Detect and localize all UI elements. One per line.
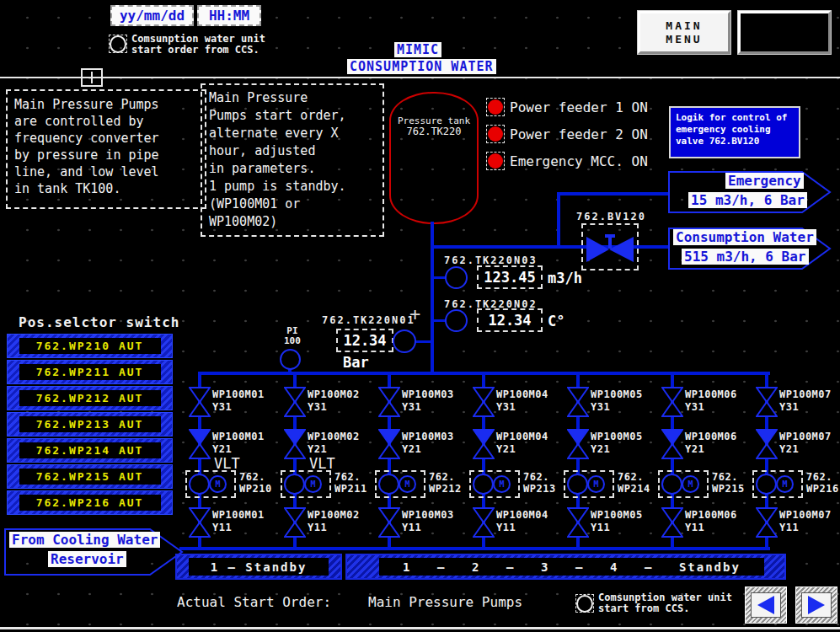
cooling-reservoir-arrow: From Cooling Water Reservoir [4,528,185,576]
status-bar-right: 1—2—3—4—Standby [345,554,786,580]
cooling-title-line1: From Cooling Water [9,532,160,548]
selector-switch-item[interactable]: 762.WP215 AUT [7,464,173,489]
selector-switch-item[interactable]: 762.WP216 AUT [7,490,173,515]
valve-WP100M05-Y31[interactable] [567,387,589,420]
valve-label: WP100M07 Y31 [779,388,832,414]
pump-motor-icon: M [682,475,699,493]
pump-762.WP215[interactable]: M [658,470,709,498]
valve-WP100M02-Y21[interactable] [284,429,306,463]
pump-label: 762. WP212 [429,471,462,495]
ccs-start-note: Comsunption water unit start from CCS. [598,592,732,614]
status-bar-item: 3 [541,560,549,574]
indicator-label: Emergency MCC. ON [510,153,648,169]
valve-label: WP100M07 Y21 [779,431,832,456]
ccs-order-icon [109,35,127,53]
cooling-title-line2: Reservoir [48,551,126,567]
pump-762.WP212[interactable]: M [375,470,425,498]
selector-switch-label: 762.WP216 AUT [19,495,161,511]
valve-WP100M06-Y31[interactable] [661,387,683,420]
indicator-list: Power feeder 1 ON Power feeder 2 ON Emer… [486,98,648,179]
valve-label: WP100M01 Y11 [212,509,265,534]
main-menu-button[interactable]: MAIN MENU [638,11,730,54]
ccs-order-note: Comsunption water unit start order from … [131,34,265,56]
pump-label: 762. WP210 [239,471,272,495]
valve-WP100M04-Y21[interactable] [473,429,495,463]
indicator-row: Emergency MCC. ON [486,152,648,170]
pi-100-circle [280,349,301,370]
valve-label: WP100M06 Y31 [685,388,737,414]
valve-WP100M05-Y21[interactable] [567,429,589,463]
pump-762.WP210[interactable]: M [185,470,236,498]
pump-body-icon [189,474,210,495]
butterfly-valve-icon [585,234,635,265]
valve-WP100M05-Y11[interactable] [567,507,589,541]
valve-WP100M02-Y11[interactable] [284,507,306,541]
pump-motor-icon: M [209,475,227,493]
selector-switch-item[interactable]: 762.WP214 AUT [7,438,173,463]
pump-762.WP214[interactable]: M [564,470,614,498]
valve-WP100M07-Y11[interactable] [756,507,778,541]
valve-WP100M01-Y31[interactable] [189,387,211,420]
status-bar-item: Standby [679,560,741,574]
info-box-start-order: Main Pressure Pumps start order, alterna… [201,83,384,237]
valve-label: WP100M06 Y11 [685,509,737,534]
valve-label: WP100M05 Y21 [591,431,643,456]
selector-switch-list: 762.WP210 AUT 762.WP211 AUT 762.WP212 AU… [7,334,173,517]
valve-label: WP100M03 Y21 [402,431,454,456]
selector-switch-label: 762.WP213 AUT [19,416,161,432]
valve-WP100M04-Y11[interactable] [473,507,495,541]
selector-switch-item[interactable]: 762.WP210 AUT [7,334,173,358]
valve-WP100M01-Y11[interactable] [189,507,211,541]
pipe-emergency-horizontal [557,192,670,195]
sensor-flow-circle [445,266,468,289]
valve-WP100M06-Y21[interactable] [661,429,683,463]
selector-switch-label: 762.WP214 AUT [19,442,161,458]
valve-WP100M07-Y31[interactable] [756,387,778,420]
sensor-pressure-value: 12.34 [336,329,393,352]
pump-762.WP216[interactable]: M [752,470,803,498]
selector-switch-item[interactable]: 762.WP213 AUT [7,412,173,437]
selector-switch-item[interactable]: 762.WP212 AUT [7,386,173,410]
selector-switch-item[interactable]: 762.WP211 AUT [7,360,173,384]
nav-prev-button[interactable] [745,586,787,624]
pipe-emergency-riser [557,192,560,249]
valve-WP100M01-Y21[interactable] [189,429,211,463]
sensor-temp-circle [445,309,468,332]
status-bar-right-text: 1—2—3—4—Standby [379,558,764,576]
pump-motor-icon: M [493,475,511,493]
nav-next-button[interactable] [795,586,837,624]
valve-WP100M06-Y11[interactable] [661,507,683,541]
pipe-n01-stub [415,340,432,343]
pressure-tank: Pressure tank 762.TK220 [389,92,479,224]
pump-label: 762. WP213 [523,471,556,495]
page-title-line2: CONSUMPTION WATER [347,59,496,74]
valve-WP100M03-Y31[interactable] [378,387,400,420]
valve-762bv120[interactable] [581,223,639,270]
pump-762.WP211[interactable]: M [281,470,331,498]
valve-label: WP100M04 Y31 [496,388,548,414]
vlt-label: VLT [309,455,335,472]
pump-body-icon [284,474,305,495]
mimic-screen: yy/mm/dd HH:MM Comsunption water unit st… [0,0,840,632]
sensor-temp-value: 12.34 [477,308,543,332]
valve-WP100M03-Y21[interactable] [378,429,400,463]
pump-motor-icon: M [304,475,322,493]
ccs-start-icon [575,594,594,613]
status-bar-left-text: 1 — Standby [189,558,329,576]
pump-762.WP213[interactable]: M [469,470,520,498]
crosshair-mark: + [409,303,420,324]
indicator-label: Power feeder 1 ON [510,99,648,115]
indicator-label: Power feeder 2 ON [510,126,648,142]
valve-WP100M02-Y31[interactable] [284,387,306,420]
pump-label: 762. WP211 [334,471,367,495]
valve-WP100M03-Y11[interactable] [378,507,400,541]
valve-WP100M04-Y31[interactable] [473,387,495,420]
sensor-temp-unit: C° [548,313,564,329]
pump-body-icon [567,474,588,495]
valve-label: WP100M06 Y21 [685,431,737,456]
status-bar-item: — [437,560,446,574]
valve-WP100M07-Y21[interactable] [756,429,778,463]
arrow-left-icon [752,593,779,617]
valve-label: WP100M05 Y31 [591,388,643,414]
blank-button[interactable] [738,11,831,54]
